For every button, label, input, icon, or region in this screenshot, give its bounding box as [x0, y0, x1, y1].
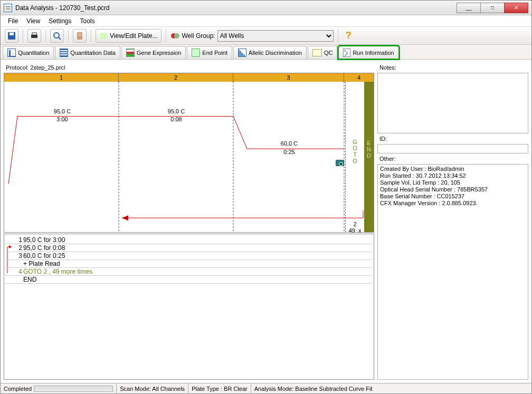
status-plate-type: Plate Type : BR Clear — [188, 383, 251, 393]
goto-column: GOTO 2 49 x — [345, 82, 364, 232]
step-header-3: 3 — [233, 73, 344, 82]
menu-view[interactable]: View — [26, 17, 40, 25]
minimize-button[interactable]: __ — [457, 3, 481, 13]
protocol-graph: 1 2 3 4 — [4, 73, 374, 233]
bars-icon — [126, 49, 135, 57]
tab-end-point[interactable]: End Point — [187, 46, 232, 59]
step-row-goto: 4GOTO 2 , 49 more times — [5, 268, 373, 276]
notes-input[interactable] — [377, 73, 528, 133]
tab-run-information[interactable]: Run Information — [338, 46, 398, 59]
svg-point-10 — [103, 33, 107, 36]
tab-label: Quantitation — [18, 50, 49, 56]
svg-marker-19 — [122, 215, 128, 220]
menubar: File View Settings Tools — [1, 15, 531, 27]
scatter-icon — [238, 49, 246, 57]
camera-icon — [336, 160, 344, 166]
notes-label: Notes: — [377, 63, 528, 72]
svg-rect-1 — [10, 33, 14, 35]
other-line: Optical Head Serial Number : 785BR5357 — [380, 186, 526, 193]
svg-point-12 — [103, 36, 107, 39]
other-line: CFX Manager Version : 2.0.885.0923. — [380, 200, 526, 207]
other-info: Created By User : BioRad/admin Run Start… — [377, 164, 528, 380]
goto-step: 2 — [346, 221, 364, 227]
report-button[interactable] — [73, 29, 87, 43]
id-input[interactable] — [377, 144, 528, 153]
goto-x: x — [358, 227, 362, 234]
app-window: Data Analysis - 120730_Test.pcrd __ □ ✕ … — [0, 0, 532, 394]
svg-text:0:08: 0:08 — [170, 117, 182, 123]
zoom-button[interactable] — [50, 29, 64, 43]
tab-label: Gene Expression — [137, 50, 181, 56]
check-icon — [312, 49, 322, 56]
goto-cycles: 49 — [349, 227, 355, 234]
svg-text:0:25: 0:25 — [283, 149, 294, 155]
protocol-label: Protocol: 2step_25.prcl — [4, 63, 374, 72]
help-icon[interactable]: ? — [346, 30, 352, 41]
svg-line-5 — [59, 37, 61, 40]
svg-text:95,0   C: 95,0 C — [54, 108, 71, 114]
window-title: Data Analysis - 120730_Test.pcrd — [15, 4, 457, 12]
id-label: ID: — [377, 134, 528, 143]
window-buttons: __ □ ✕ — [457, 3, 528, 13]
view-edit-plate-button[interactable]: View/Edit Plate... — [96, 29, 162, 43]
step-row: END — [5, 276, 373, 284]
status-scan-mode: Scan Mode: All Channels — [117, 383, 188, 393]
print-button[interactable] — [27, 29, 41, 43]
tab-quantitation[interactable]: Quantitation — [3, 46, 54, 59]
maximize-button[interactable]: □ — [480, 3, 505, 13]
content-area: Protocol: 2step_25.prcl 1 2 3 4 — [1, 60, 531, 383]
step-row: 360,0 C for 0:25 — [5, 252, 373, 260]
step-row: + Plate Read — [5, 260, 373, 268]
save-button[interactable] — [5, 29, 18, 43]
well-group-control: Well Group: All Wells — [170, 30, 334, 42]
well-group-select[interactable]: All Wells — [217, 30, 334, 42]
separator — [338, 30, 338, 42]
svg-rect-7 — [78, 34, 81, 34]
tabbar: Quantitation Quantitation Data Gene Expr… — [1, 45, 531, 60]
menu-tools[interactable]: Tools — [80, 17, 95, 25]
tab-gene-expression[interactable]: Gene Expression — [121, 46, 186, 59]
menu-file[interactable]: File — [8, 17, 18, 25]
step-header-1: 1 — [4, 73, 119, 82]
other-line: Run Started : 30.7.2012 13:34:52 — [380, 172, 526, 179]
chart-icon — [7, 49, 16, 57]
step-row: 195,0 C for 3:00 — [5, 236, 373, 244]
separator — [23, 30, 23, 42]
svg-rect-3 — [32, 33, 36, 35]
step-row: 295,0 C for 0:08 — [5, 244, 373, 252]
step-header-4: 4 — [344, 73, 374, 82]
other-line: Base Serial Number : CC015237 — [380, 193, 526, 200]
progress-bar — [34, 386, 113, 392]
end-column: END — [364, 82, 374, 232]
separator — [166, 30, 166, 42]
toolbar: View/Edit Plate... Well Group: All Wells… — [1, 27, 531, 45]
svg-point-14 — [174, 33, 179, 39]
separator — [45, 30, 46, 42]
svg-point-11 — [100, 36, 103, 39]
tab-qc[interactable]: QC — [308, 46, 338, 59]
statusbar: Completed Scan Mode: All Channels Plate … — [1, 383, 531, 393]
svg-text:3:00: 3:00 — [56, 117, 68, 123]
tab-quantitation-data[interactable]: Quantitation Data — [55, 46, 120, 59]
right-column: Notes: ID: Other: Created By User : BioR… — [377, 63, 528, 380]
separator — [68, 30, 69, 42]
graph-svg-container: 95,0 C 3:00 95,0 C 0:08 60,0 C 0:25 GOTO… — [4, 82, 374, 232]
tab-label: Quantitation Data — [70, 50, 116, 56]
tab-label: Run Information — [353, 50, 394, 56]
separator — [91, 30, 91, 42]
view-edit-plate-label: View/Edit Plate... — [110, 32, 158, 40]
status-completed: Completed — [1, 383, 117, 393]
protocol-step-list: 195,0 C for 3:00 295,0 C for 0:08 360,0 … — [4, 234, 374, 380]
tab-allelic-discrimination[interactable]: Allelic Discrimination — [233, 46, 307, 59]
document-icon — [343, 49, 350, 57]
left-column: Protocol: 2step_25.prcl 1 2 3 4 — [4, 63, 374, 380]
step-headers: 1 2 3 4 — [4, 73, 374, 82]
close-button[interactable]: ✕ — [504, 3, 528, 13]
grid-icon — [192, 49, 200, 57]
svg-point-9 — [100, 33, 103, 36]
other-line: Sample Vol, Lid Temp : 20, 105 — [380, 179, 526, 186]
other-label: Other: — [377, 155, 528, 163]
svg-rect-8 — [78, 35, 81, 36]
menu-settings[interactable]: Settings — [49, 17, 71, 25]
status-analysis-mode: Analysis Mode: Baseline Subtracted Curve… — [251, 383, 376, 393]
